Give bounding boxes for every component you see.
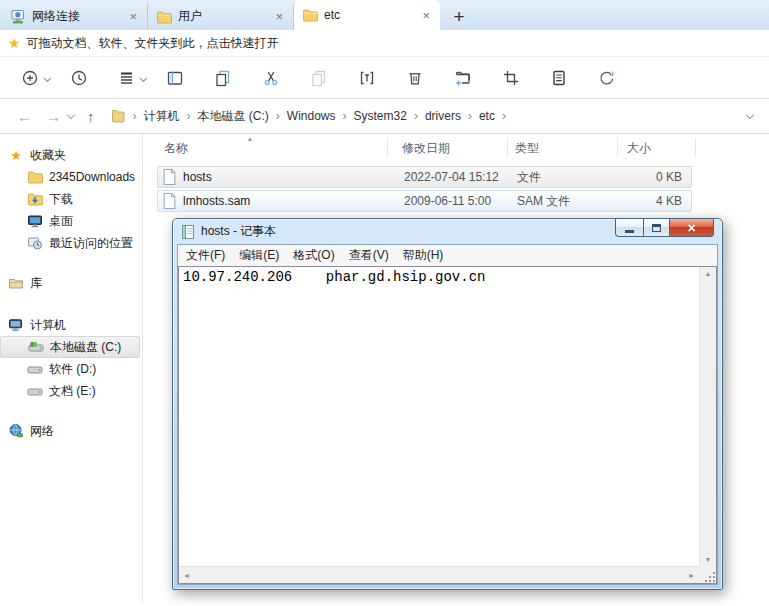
recent-places-icon xyxy=(27,235,43,251)
menu-view[interactable]: 查看(V) xyxy=(342,247,396,264)
sidebar-item-favorites[interactable]: ★ 收藏夹 xyxy=(0,144,142,166)
document-list-icon xyxy=(549,68,569,88)
sidebar-item-network[interactable]: 网络 xyxy=(0,420,142,442)
sidebar-item-computer[interactable]: 计算机 xyxy=(0,314,142,336)
scroll-down-icon[interactable]: ▼ xyxy=(705,556,712,563)
column-header-modified[interactable]: 修改日期 xyxy=(402,140,450,157)
file-manager-window: 网络连接 × 用户 × etc × + ★ 可拖动文档、软件、文件夹到此，点击快… xyxy=(0,0,769,606)
notepad-text-area[interactable]: 10.97.240.206 phar.gd.hsip.gov.cn ▲ ▼ ◄ … xyxy=(178,266,717,584)
copy-button[interactable] xyxy=(206,61,240,95)
sidebar-item-drive-d[interactable]: 软件 (D:) xyxy=(0,358,142,380)
column-header-type[interactable]: 类型 xyxy=(515,140,539,157)
up-button[interactable]: ↑ xyxy=(80,108,102,125)
plus-circle-icon xyxy=(21,68,41,88)
history-button[interactable] xyxy=(62,61,96,95)
list-icon xyxy=(117,68,137,88)
breadcrumb-item-etc[interactable]: etc xyxy=(479,109,495,123)
file-modified: 2022-07-04 15:12 xyxy=(404,170,499,184)
cut-button[interactable] xyxy=(254,61,288,95)
breadcrumb-item-drivers[interactable]: drivers xyxy=(425,109,461,123)
column-header-size[interactable]: 大小 xyxy=(627,140,651,157)
close-button[interactable]: × xyxy=(669,219,714,237)
address-dropdown-icon[interactable] xyxy=(746,110,754,118)
sidebar-item-label: 软件 (D:) xyxy=(49,361,96,378)
column-divider[interactable] xyxy=(507,138,508,157)
quick-open-drop-bar[interactable]: ★ 可拖动文档、软件、文件夹到此，点击快速打开 xyxy=(0,30,769,57)
menu-help[interactable]: 帮助(H) xyxy=(396,247,451,264)
file-name: hosts xyxy=(183,170,212,184)
delete-button[interactable] xyxy=(398,61,432,95)
tab-network-connections[interactable]: 网络连接 × xyxy=(2,3,148,30)
maximize-button[interactable] xyxy=(643,219,670,237)
notepad-text-content[interactable]: 10.97.240.206 phar.gd.hsip.gov.cn xyxy=(180,268,698,565)
paste-button[interactable] xyxy=(302,61,336,95)
new-folder-icon xyxy=(453,68,473,88)
forward-button[interactable]: → xyxy=(39,108,68,125)
minimize-icon xyxy=(625,230,634,233)
crop-icon xyxy=(501,68,521,88)
menu-file[interactable]: 文件(F) xyxy=(179,247,232,264)
breadcrumb-item-windows[interactable]: Windows xyxy=(287,109,336,123)
view-mode-button[interactable] xyxy=(110,61,144,95)
sidebar-item-label: 网络 xyxy=(30,423,54,440)
breadcrumb-item-computer[interactable]: 计算机 xyxy=(144,108,180,125)
notepad-client-area: 文件(F) 编辑(E) 格式(O) 查看(V) 帮助(H) 10.97.240.… xyxy=(177,244,718,585)
select-region-button[interactable] xyxy=(494,61,528,95)
rename-icon xyxy=(357,68,377,88)
sidebar-item-drive-e[interactable]: 文档 (E:) xyxy=(0,380,142,402)
scroll-right-icon[interactable]: ► xyxy=(688,572,695,579)
table-row-hosts[interactable]: hosts 2022-07-04 15:12 文件 0 KB xyxy=(157,166,692,188)
new-folder-button[interactable] xyxy=(446,61,480,95)
clock-icon xyxy=(69,68,89,88)
file-modified: 2009-06-11 5:00 xyxy=(404,194,491,208)
sidebar-item-label: 2345Downloads xyxy=(49,170,135,184)
minimize-button[interactable] xyxy=(615,219,644,237)
notepad-window: hosts - 记事本 × 文件(F) 编辑(E) 格式(O) 查看(V) 帮助… xyxy=(172,218,723,590)
horizontal-scrollbar[interactable]: ◄ ► xyxy=(179,566,699,583)
preview-pane-button[interactable] xyxy=(158,61,192,95)
back-button[interactable]: ← xyxy=(10,108,39,125)
sidebar-item-2345downloads[interactable]: 2345Downloads xyxy=(0,166,142,188)
tab-users[interactable]: 用户 × xyxy=(148,3,294,30)
new-item-button[interactable] xyxy=(14,61,48,95)
sidebar-item-label: 本地磁盘 (C:) xyxy=(50,339,121,356)
rename-button[interactable] xyxy=(350,61,384,95)
close-icon[interactable]: × xyxy=(420,9,432,22)
sidebar-item-desktop[interactable]: 桌面 xyxy=(0,210,142,232)
sidebar-item-libraries[interactable]: 库 xyxy=(0,272,142,294)
close-icon[interactable]: × xyxy=(127,10,139,23)
drive-icon xyxy=(27,383,43,399)
file-icon xyxy=(163,169,176,185)
breadcrumb-item-system32[interactable]: System32 xyxy=(354,109,407,123)
sidebar-item-recent-places[interactable]: 最近访问的位置 xyxy=(0,232,142,254)
breadcrumb-item-local-disk-c[interactable]: 本地磁盘 (C:) xyxy=(198,108,269,125)
sidebar-item-downloads[interactable]: 下载 xyxy=(0,188,142,210)
history-dropdown-icon[interactable] xyxy=(67,111,75,119)
refresh-button[interactable] xyxy=(590,61,624,95)
notepad-titlebar[interactable]: hosts - 记事本 × xyxy=(173,219,722,244)
folder-icon xyxy=(110,108,126,124)
downloads-folder-icon xyxy=(27,191,43,207)
vertical-scrollbar[interactable]: ▲ ▼ xyxy=(699,267,716,566)
column-divider[interactable] xyxy=(695,138,696,157)
menu-format[interactable]: 格式(O) xyxy=(286,247,341,264)
tab-label: 网络连接 xyxy=(32,8,121,25)
scroll-up-icon[interactable]: ▲ xyxy=(705,270,712,277)
file-type: 文件 xyxy=(517,169,541,186)
notepad-app-icon xyxy=(180,224,196,240)
table-row-lmhosts[interactable]: lmhosts.sam 2009-06-11 5:00 SAM 文件 4 KB xyxy=(157,190,692,212)
tab-etc[interactable]: etc × xyxy=(294,0,440,30)
menu-edit[interactable]: 编辑(E) xyxy=(232,247,286,264)
column-divider[interactable] xyxy=(617,138,618,157)
sidebar-item-label: 桌面 xyxy=(49,213,73,230)
column-divider[interactable] xyxy=(387,138,388,157)
column-header-name[interactable]: 名称 xyxy=(164,140,188,157)
scroll-left-icon[interactable]: ◄ xyxy=(183,572,190,579)
close-icon[interactable]: × xyxy=(273,10,285,23)
properties-button[interactable] xyxy=(542,61,576,95)
new-tab-button[interactable]: + xyxy=(446,4,472,30)
resize-grip[interactable] xyxy=(699,566,716,583)
sidebar-item-local-disk-c[interactable]: 本地磁盘 (C:) xyxy=(0,336,140,358)
computer-icon xyxy=(8,317,24,333)
breadcrumb[interactable]: › 计算机 › 本地磁盘 (C:) › Windows › System32 ›… xyxy=(102,103,748,129)
